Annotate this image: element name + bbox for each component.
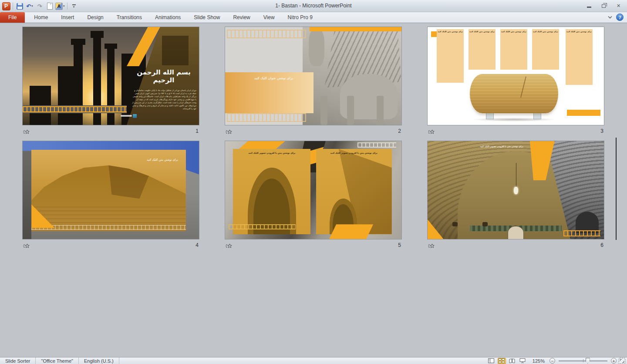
close-button[interactable]: ✕ — [613, 2, 624, 10]
slide-number: 2 — [398, 128, 401, 134]
slide-cell-1: بسم الله الرحمن الرحیم دوران ایران باستا… — [22, 27, 199, 136]
hanging-lamp — [514, 187, 519, 194]
ribbon-right-controls: ? — [608, 13, 624, 21]
zoom-slider-center-tick — [583, 359, 583, 362]
lamassu-leg — [377, 96, 384, 125]
lamp-cord — [516, 163, 516, 189]
panel-placeholder-text: برای نوشتن متن یا افزودن تصویر کلیک کنید — [237, 152, 307, 154]
transition-star-icon[interactable] — [23, 128, 30, 136]
slide-cell-3: برای نوشتن متن کلیک کنید برای نوشتن متن … — [427, 27, 604, 136]
meander-pattern — [227, 113, 306, 122]
fit-slide-to-window-button[interactable] — [619, 358, 625, 364]
close-icon: ✕ — [617, 3, 620, 9]
transition-star-icon[interactable] — [428, 243, 435, 250]
slide-number: 1 — [196, 128, 199, 134]
slide-cell-4: برای نوشتن متن کلیک کنید 4 — [22, 141, 199, 250]
meander-pattern — [227, 30, 306, 38]
ribbon-tab-bar: File Home Insert Design Transitions Anim… — [0, 12, 627, 23]
slide-thumbnail-3[interactable]: برای نوشتن متن کلیک کنید برای نوشتن متن … — [427, 27, 604, 125]
slide-insertion-caret — [616, 138, 617, 240]
transition-star-icon[interactable] — [226, 243, 232, 250]
slide-4-footer: 4 — [22, 242, 199, 250]
lamassu-head — [309, 29, 324, 67]
publisher-logo-icon — [133, 114, 137, 118]
tab-slide-show[interactable]: Slide Show — [187, 12, 226, 23]
slide-thumbnail-4[interactable]: برای نوشتن متن کلیک کنید — [22, 141, 199, 239]
reading-view-icon — [509, 358, 515, 363]
tab-insert[interactable]: Insert — [54, 12, 81, 23]
text-placeholder-column: برای نوشتن متن کلیک کنید — [437, 29, 464, 83]
transition-star-icon[interactable] — [226, 128, 232, 136]
minimize-icon — [587, 7, 591, 8]
lamassu-leg — [320, 96, 327, 125]
panel-placeholder-text: برای نوشتن متن یا افزودن تصویر کلیک کنید — [320, 152, 388, 154]
tab-design[interactable]: Design — [81, 12, 110, 23]
slide-thumbnail-6[interactable]: برای نوشتن متن یا افزودن تصویر کلیک کنید — [427, 141, 604, 239]
expand-ribbon-chevron-icon[interactable] — [608, 16, 612, 19]
column-placeholder-text: برای نوشتن متن کلیک کنید — [469, 29, 496, 33]
lamassu-leg — [347, 96, 354, 125]
slide-number: 4 — [196, 242, 199, 248]
text-placeholder-column: برای نوشتن متن کلیک کنید — [469, 29, 496, 70]
tab-file[interactable]: File — [0, 12, 25, 23]
meander-pattern — [563, 230, 600, 237]
relief-silhouette — [162, 36, 189, 65]
reading-view-button[interactable] — [508, 358, 516, 364]
slide-thumbnail-5[interactable]: برای نوشتن متن یا افزودن تصویر کلیک کنید… — [225, 141, 402, 239]
transition-star-icon[interactable] — [428, 128, 435, 136]
text-placeholder: برای نوشتن متن یا افزودن تصویر کلیک کنید — [463, 145, 540, 148]
slide-number: 5 — [398, 242, 401, 248]
tab-view[interactable]: View — [257, 12, 281, 23]
status-right-controls: 125% − + — [487, 357, 627, 364]
normal-view-icon — [488, 358, 494, 363]
arched-doorway — [508, 226, 523, 239]
tab-home[interactable]: Home — [27, 12, 54, 23]
slide-sorter-workspace[interactable]: بسم الله الرحمن الرحیم دوران ایران باستا… — [0, 23, 627, 357]
slide-show-icon — [519, 358, 526, 363]
slide-number: 3 — [600, 128, 603, 134]
orange-corner-triangle — [428, 219, 443, 239]
slide-show-button[interactable] — [519, 358, 527, 364]
tab-animations[interactable]: Animations — [148, 12, 187, 23]
normal-view-button[interactable] — [487, 358, 496, 364]
column-placeholder-text: برای نوشتن متن کلیک کنید — [532, 29, 559, 33]
window-title: 1- Bastan - Microsoft PowerPoint — [0, 3, 627, 9]
restore-button[interactable] — [598, 2, 610, 10]
minimize-button[interactable] — [583, 2, 595, 10]
tab-transitions[interactable]: Transitions — [110, 12, 148, 23]
zoom-out-button[interactable]: − — [549, 358, 555, 364]
window-controls: ✕ — [583, 2, 624, 10]
status-view-mode[interactable]: Slide Sorter — [0, 357, 36, 364]
transition-star-icon[interactable] — [23, 243, 30, 250]
zoom-slider-thumb[interactable] — [586, 358, 590, 364]
meander-pattern — [23, 106, 127, 112]
zoom-in-button[interactable]: + — [611, 358, 617, 364]
tab-nitro-pro-9[interactable]: Nitro Pro 9 — [281, 12, 319, 23]
cyrus-cylinder-photo — [470, 74, 558, 113]
cylinder-shadow — [472, 118, 556, 121]
wall-sconce — [452, 222, 458, 226]
wall-sconce — [482, 222, 488, 226]
status-bar: Slide Sorter "Office Theme" English (U.S… — [0, 357, 627, 364]
slide-cell-2: برای نوشتن عنوان کلیک کنید 2 — [225, 27, 402, 136]
zoom-slider[interactable] — [559, 358, 607, 364]
meander-border — [23, 105, 127, 113]
slide-thumbnail-1[interactable]: بسم الله الرحمن الرحیم دوران ایران باستا… — [22, 27, 199, 125]
tab-review[interactable]: Review — [226, 12, 256, 23]
slide-sorter-view-button[interactable] — [498, 358, 506, 364]
zoom-percentage[interactable]: 125% — [533, 358, 545, 364]
status-language[interactable]: English (U.S.) — [79, 357, 119, 364]
slide-cell-6: برای نوشتن متن یا افزودن تصویر کلیک کنید… — [427, 141, 604, 250]
text-placeholder-column: برای نوشتن متن کلیک کنید — [500, 29, 527, 70]
slide-thumbnail-2[interactable]: برای نوشتن عنوان کلیک کنید — [225, 27, 402, 125]
restore-icon — [602, 4, 606, 8]
slide-5-footer: 5 — [225, 242, 402, 250]
bismillah-calligraphy: بسم الله الرحمن الرحیم — [130, 68, 197, 84]
status-theme[interactable]: "Office Theme" — [36, 357, 78, 364]
help-button[interactable]: ? — [616, 13, 624, 21]
image-placeholder-left: برای نوشتن متن یا افزودن تصویر کلیک کنید — [233, 149, 310, 234]
slide-cell-5: برای نوشتن متن یا افزودن تصویر کلیک کنید… — [225, 141, 402, 250]
slide-2-footer: 2 — [225, 128, 402, 136]
text-placeholder: برای نوشتن متن کلیک کنید — [147, 158, 178, 162]
slide-1-footer: 1 — [22, 128, 199, 136]
